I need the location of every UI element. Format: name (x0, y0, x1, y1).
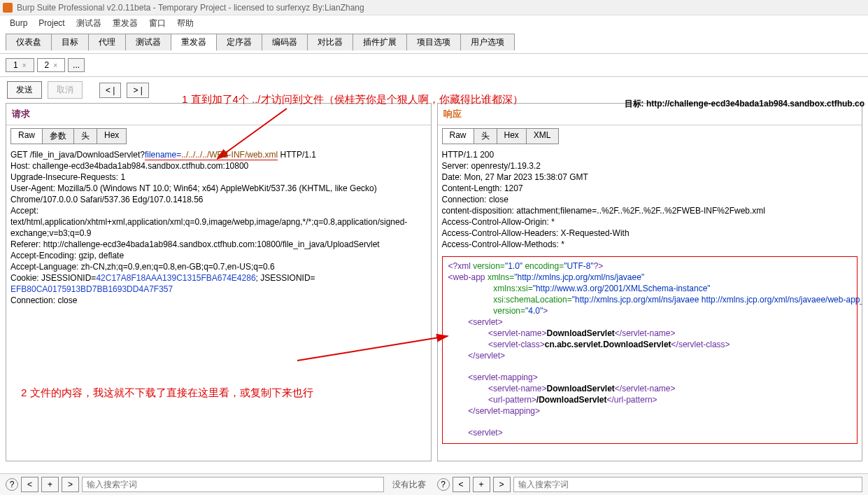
res-view-raw[interactable]: Raw (442, 128, 474, 144)
search-add[interactable]: + (41, 477, 59, 492)
split-panes: 请求 Raw 参数 头 Hex GET /file_in_java/Downlo… (0, 103, 868, 461)
annotation-1: 1 直到加了4个 ../才访问到文件（侯桂芳你是个狠人啊，你藏得比谁都深） (182, 93, 523, 106)
main-tabs: 仪表盘 目标 代理 测试器 重发器 定序器 编码器 对比器 插件扩展 项目选项 … (0, 31, 868, 54)
footer-right: ? < + > (437, 477, 863, 492)
res-view-hex[interactable]: Hex (497, 128, 527, 144)
search-next[interactable]: > (493, 477, 511, 492)
menu-burp[interactable]: Burp (6, 17, 31, 29)
search-add[interactable]: + (473, 477, 490, 492)
subtab-more[interactable]: ... (68, 58, 85, 72)
menu-project[interactable]: Project (34, 17, 69, 29)
window-title: Burp Suite Professional v2.0.11beta - Te… (17, 3, 364, 13)
request-pane: 请求 Raw 参数 头 Hex GET /file_in_java/Downlo… (6, 103, 432, 461)
request-text[interactable]: GET /file_in_java/DownloadServlet?filena… (10, 150, 427, 307)
tab-dashboard[interactable]: 仪表盘 (6, 34, 52, 50)
response-body[interactable]: HTTP/1.1 200 Server: openresty/1.19.3.2 … (438, 147, 862, 461)
titlebar: Burp Suite Professional v2.0.11beta - Te… (0, 0, 868, 15)
req-view-raw[interactable]: Raw (10, 128, 43, 144)
footer: ? < + > 没有比赛 ? < + > (0, 473, 868, 495)
tab-useropts[interactable]: 用户选项 (460, 34, 515, 50)
search-input-left[interactable] (82, 477, 383, 492)
tab-intruder[interactable]: 测试器 (125, 34, 171, 50)
menu-help[interactable]: 帮助 (173, 16, 198, 31)
response-xml[interactable]: <?xml version="1.0" encoding="UTF-8"?> <… (442, 256, 858, 444)
annotation-2: 2 文件的内容，我这就不下载了直接在这里看，或复制下来也行 (21, 386, 313, 400)
subtab-2[interactable]: 2× (37, 58, 66, 72)
cancel-button[interactable]: 取消 (48, 81, 83, 99)
tab-sequencer[interactable]: 定序器 (216, 34, 262, 50)
help-icon[interactable]: ? (437, 478, 450, 491)
request-body[interactable]: GET /file_in_java/DownloadServlet?filena… (6, 147, 431, 461)
tab-proxy[interactable]: 代理 (88, 34, 126, 50)
menu-window[interactable]: 窗口 (145, 16, 170, 31)
request-title: 请求 (6, 104, 431, 125)
menubar: Burp Project 测试器 重发器 窗口 帮助 (0, 15, 868, 31)
tab-decoder[interactable]: 编码器 (262, 34, 308, 50)
search-prev[interactable]: < (453, 477, 470, 492)
res-view-headers[interactable]: 头 (474, 128, 497, 144)
tab-extender[interactable]: 插件扩展 (353, 34, 407, 50)
nav-next[interactable]: > | (127, 83, 148, 98)
request-viewtabs: Raw 参数 头 Hex (6, 125, 431, 147)
tab-repeater[interactable]: 重发器 (171, 34, 217, 50)
response-pane: 响应 Raw 头 Hex XML HTTP/1.1 200 Server: op… (437, 103, 863, 461)
target-label: 目标: http://challenge-ecd3e4bada1ab984.sa… (625, 98, 865, 110)
nav-prev[interactable]: < | (99, 83, 121, 98)
no-match-label: 没有比赛 (387, 479, 432, 491)
close-icon[interactable]: × (53, 62, 57, 69)
req-view-headers[interactable]: 头 (73, 128, 97, 144)
repeater-subtabs: 1× 2× ... (0, 54, 868, 77)
response-viewtabs: Raw 头 Hex XML (438, 125, 862, 147)
subtab-1[interactable]: 1× (6, 58, 34, 72)
send-button[interactable]: 发送 (7, 81, 42, 99)
req-view-params[interactable]: 参数 (42, 128, 74, 144)
search-prev[interactable]: < (21, 477, 38, 492)
help-icon[interactable]: ? (6, 478, 18, 491)
tab-comparer[interactable]: 对比器 (307, 34, 353, 50)
response-headers[interactable]: HTTP/1.1 200 Server: openresty/1.19.3.2 … (442, 150, 858, 251)
tab-projectopts[interactable]: 项目选项 (406, 34, 461, 50)
tab-target[interactable]: 目标 (51, 34, 89, 50)
search-input-right[interactable] (513, 477, 862, 492)
footer-left: ? < + > 没有比赛 (6, 477, 432, 492)
req-view-hex[interactable]: Hex (97, 128, 127, 144)
app-icon (3, 3, 13, 13)
search-next[interactable]: > (62, 477, 79, 492)
menu-repeater[interactable]: 重发器 (108, 16, 142, 31)
menu-intruder[interactable]: 测试器 (72, 16, 106, 31)
close-icon[interactable]: × (22, 62, 27, 69)
res-view-xml[interactable]: XML (526, 128, 559, 144)
